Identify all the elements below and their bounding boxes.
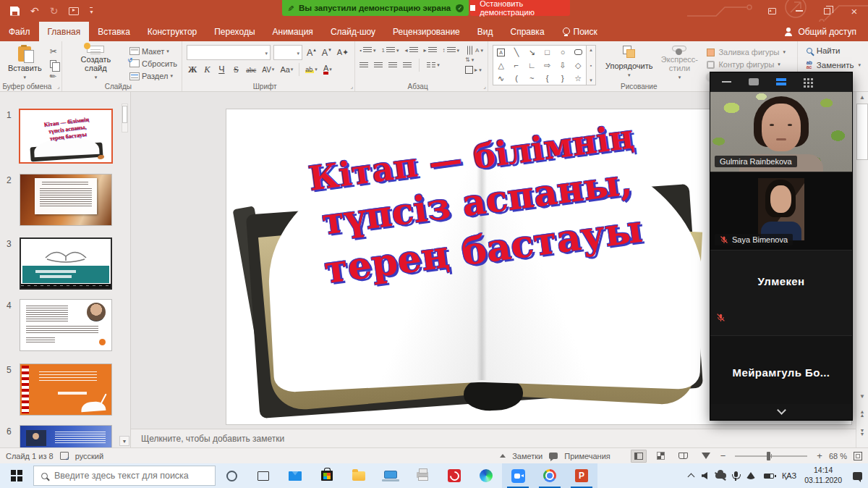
thumbnail-scrollbar[interactable] xyxy=(122,104,128,132)
abc-strike-button[interactable]: abc xyxy=(244,63,258,76)
paragraph-dialog-launcher[interactable]: ⌟ xyxy=(483,83,486,90)
decrease-indent-button[interactable]: ◂ xyxy=(405,47,418,54)
edge-button[interactable] xyxy=(470,463,502,488)
redo-icon[interactable]: ↻ xyxy=(50,6,59,16)
copy-button[interactable] xyxy=(50,59,56,69)
cortana-button[interactable] xyxy=(216,463,247,488)
battery-icon[interactable] xyxy=(764,474,774,479)
start-button[interactable] xyxy=(0,463,33,488)
new-slide-button[interactable]: Создать слайд▾ xyxy=(67,45,125,81)
section-button[interactable]: Раздел▾ xyxy=(129,72,173,81)
customize-qat-icon[interactable]: ▾ xyxy=(90,7,93,15)
zoom-level[interactable]: 68 % xyxy=(829,452,847,460)
taskbar-search[interactable] xyxy=(33,466,216,486)
tab-home[interactable]: Главная xyxy=(39,22,90,41)
action-center-icon[interactable] xyxy=(853,472,862,480)
video-tile-4[interactable]: Мейрамгуль Бо... xyxy=(710,335,852,404)
close-button[interactable]: × xyxy=(841,0,868,22)
align-left-button[interactable] xyxy=(359,62,368,69)
quick-styles-button[interactable]: Экспресс-стили▾ xyxy=(656,45,702,81)
slideshow-view-button[interactable] xyxy=(698,450,714,463)
left-brace-shape-icon[interactable]: { xyxy=(546,74,549,83)
right-arrow-shape-icon[interactable]: ⇨ xyxy=(544,61,550,70)
rectangle-shape-icon[interactable]: □ xyxy=(545,48,550,56)
ribbon-display-options-button[interactable] xyxy=(758,0,786,22)
shapes-scroll[interactable]: ▴▪▾ xyxy=(587,45,596,85)
star-shape-icon[interactable]: ☆ xyxy=(574,74,582,83)
cut-button[interactable]: ✂ xyxy=(50,46,57,56)
font-color-button[interactable]: А▾ xyxy=(322,63,333,76)
line-spacing-button[interactable]: ↕▾ xyxy=(443,47,460,54)
acrobat-button[interactable] xyxy=(438,463,470,488)
tray-expand-icon[interactable] xyxy=(688,474,695,481)
scroll-down-icon[interactable]: ▼ xyxy=(856,393,868,400)
font-dialog-launcher[interactable]: ⌟ xyxy=(351,83,354,90)
strikethrough-button[interactable]: S xyxy=(230,63,242,76)
thumbnail-slide-2[interactable] xyxy=(20,174,112,226)
tab-animations[interactable]: Анимация xyxy=(264,22,322,41)
notes-toggle[interactable]: Заметки xyxy=(512,452,542,460)
shape-fill-button[interactable]: Заливка фигуры▾ xyxy=(707,48,791,56)
tab-review[interactable]: Рецензирование xyxy=(384,22,469,41)
justify-button[interactable] xyxy=(403,62,412,69)
share-button[interactable]: Общий доступ xyxy=(773,22,868,41)
font-size-select[interactable]: ▾ xyxy=(273,45,302,60)
comments-toggle[interactable]: Примечания xyxy=(564,452,610,460)
fit-slide-button[interactable] xyxy=(854,452,862,460)
undo-icon[interactable]: ↶ xyxy=(30,6,39,16)
elbow2-shape-icon[interactable]: ∟ xyxy=(528,61,536,70)
text-box-shape-icon[interactable]: A xyxy=(497,49,505,56)
mail-button[interactable] xyxy=(279,463,311,488)
right-brace-shape-icon[interactable]: } xyxy=(561,74,564,83)
keyboard-language[interactable]: ҚАЗ xyxy=(782,471,796,480)
chrome-button[interactable] xyxy=(534,463,566,488)
normal-view-button[interactable] xyxy=(631,450,647,463)
tab-insert[interactable]: Вставка xyxy=(89,22,139,41)
slide-sorter-view-button[interactable] xyxy=(653,450,669,463)
bullets-button[interactable]: •▾ xyxy=(359,47,375,54)
columns-button[interactable]: ▾ xyxy=(427,62,440,69)
tab-design[interactable]: Конструктор xyxy=(139,22,205,41)
clear-format-button[interactable]: A✦ xyxy=(336,46,351,59)
bold-button[interactable]: Ж xyxy=(187,63,198,76)
speaker-icon[interactable] xyxy=(702,472,707,479)
zoom-slider[interactable] xyxy=(735,455,807,457)
powerpoint-button[interactable] xyxy=(566,463,597,488)
zoom-panel-footer[interactable] xyxy=(710,404,852,420)
reading-view-button[interactable] xyxy=(676,450,692,463)
font-name-select[interactable]: ▾ xyxy=(187,45,271,60)
zoom-in-button[interactable]: + xyxy=(817,450,822,461)
video-tile-2[interactable]: Saya Bimenova xyxy=(710,172,852,250)
tab-slideshow[interactable]: Слайд-шоу xyxy=(322,22,384,41)
video-tile-1[interactable]: Gulmira Rainbekova xyxy=(710,91,852,172)
find-button[interactable]: Найти xyxy=(807,46,861,55)
store-button[interactable] xyxy=(311,463,343,488)
previous-slide-button[interactable]: ▲▲ xyxy=(856,410,868,417)
scroll-up-icon[interactable]: ▲ xyxy=(856,94,868,101)
line-shape-icon[interactable]: ╲ xyxy=(514,48,519,57)
stop-share-button[interactable]: Остановить демонстрацию xyxy=(470,0,570,16)
zoom-minimize-icon[interactable] xyxy=(722,81,731,83)
zoom-out-button[interactable]: − xyxy=(720,450,726,461)
text-direction-button[interactable]: A▾ xyxy=(465,47,483,54)
clipboard-dialog-launcher[interactable]: ⌟ xyxy=(57,83,60,90)
arrange-button[interactable]: Упорядочить▾ xyxy=(602,45,656,81)
thumbnail-slide-3[interactable] xyxy=(20,237,112,290)
slide-scrollbar[interactable]: ▲ ▼ ▲▲ ▼▼ xyxy=(856,92,868,447)
file-explorer-button[interactable] xyxy=(343,463,375,488)
zoom-grid-view-icon[interactable] xyxy=(804,78,806,80)
search-input[interactable] xyxy=(54,471,208,481)
zoom-video-panel[interactable]: Gulmira Rainbekova Saya Bimenova Улмекен… xyxy=(710,72,852,420)
minimize-button[interactable] xyxy=(786,0,813,22)
video-tile-3[interactable]: Улмекен xyxy=(710,250,852,335)
diamond-shape-icon[interactable]: ◇ xyxy=(575,61,581,70)
zoom-speaker-view-icon[interactable] xyxy=(749,78,759,85)
convert-smartart-button[interactable]: ▸▾ xyxy=(465,66,483,74)
increase-indent-button[interactable]: ▸ xyxy=(424,47,437,54)
char-spacing-button[interactable]: AV▾ xyxy=(260,63,276,76)
tab-transitions[interactable]: Переходы xyxy=(205,22,263,41)
triangle-shape-icon[interactable]: △ xyxy=(498,61,503,70)
align-text-button[interactable]: ⇅▾ xyxy=(465,56,483,63)
format-painter-button[interactable]: ✎ xyxy=(48,71,59,83)
start-slideshow-icon[interactable] xyxy=(69,7,79,15)
